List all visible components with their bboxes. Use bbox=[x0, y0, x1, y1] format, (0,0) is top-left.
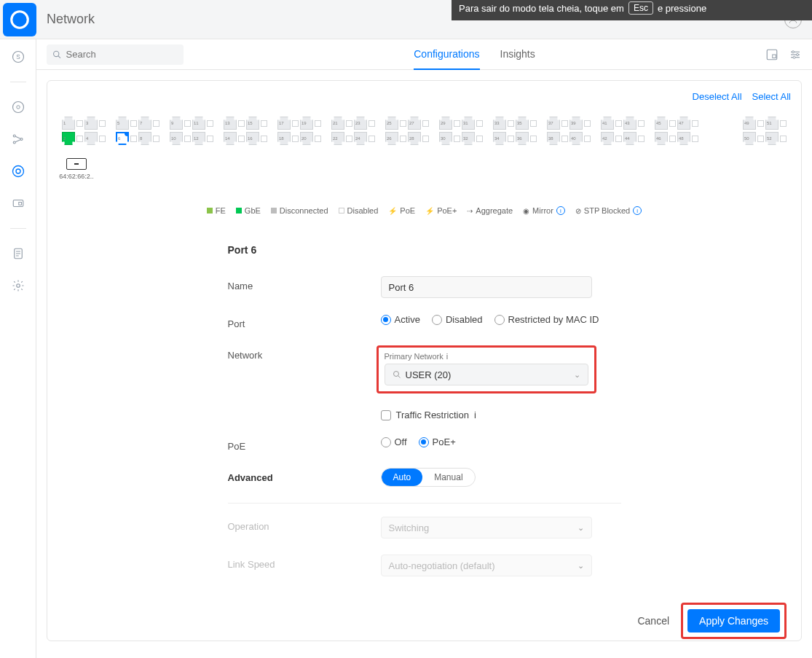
port-24[interactable]: 24 bbox=[354, 132, 367, 145]
port-43[interactable]: 43 bbox=[623, 117, 636, 130]
poe-plus-radio[interactable]: PoE+ bbox=[419, 436, 456, 447]
tab-insights[interactable]: Insights bbox=[500, 39, 535, 70]
port-31[interactable]: 31 bbox=[462, 117, 475, 130]
port-14[interactable]: 14 bbox=[224, 132, 237, 145]
info-icon[interactable]: i bbox=[556, 206, 565, 215]
port-26[interactable]: 26 bbox=[385, 132, 398, 145]
sidebar-item-gateway[interactable] bbox=[8, 193, 28, 214]
legend-gbe: GbE bbox=[236, 206, 261, 215]
layout-toggle-button[interactable] bbox=[765, 48, 779, 61]
port-47[interactable]: 47 bbox=[677, 117, 690, 130]
tab-configurations[interactable]: Configurations bbox=[414, 39, 479, 70]
device-icon bbox=[66, 158, 87, 170]
port-35[interactable]: 35 bbox=[516, 117, 529, 130]
port-restricted-radio[interactable]: Restricted by MAC ID bbox=[494, 314, 599, 325]
operation-label: Operation bbox=[228, 517, 381, 532]
app-logo[interactable] bbox=[3, 3, 36, 36]
port-44[interactable]: 44 bbox=[623, 132, 636, 145]
poe-off-radio[interactable]: Off bbox=[381, 436, 407, 447]
linkspeed-label: Link Speed bbox=[228, 555, 381, 570]
advanced-manual-option[interactable]: Manual bbox=[422, 469, 474, 486]
port-12[interactable]: 12 bbox=[192, 132, 205, 145]
port-2[interactable]: 2 bbox=[62, 132, 75, 145]
port-4[interactable]: 4 bbox=[84, 132, 98, 145]
sidebar-item-s[interactable]: S bbox=[8, 47, 28, 67]
port-23[interactable]: 23 bbox=[354, 117, 367, 130]
port-disabled-radio[interactable]: Disabled bbox=[432, 314, 483, 325]
form-footer: Cancel Apply Changes bbox=[634, 603, 787, 639]
port-50[interactable]: 50 bbox=[743, 132, 756, 145]
port-33[interactable]: 33 bbox=[493, 117, 506, 130]
search-input[interactable] bbox=[66, 49, 178, 60]
info-icon[interactable]: i bbox=[633, 206, 642, 215]
port-name-input[interactable] bbox=[381, 276, 592, 298]
sidebar-item-settings[interactable] bbox=[8, 275, 28, 296]
port-16[interactable]: 16 bbox=[246, 132, 259, 145]
port-32[interactable]: 32 bbox=[462, 132, 475, 145]
port-29[interactable]: 29 bbox=[439, 117, 452, 130]
filter-toggle-button[interactable] bbox=[789, 48, 802, 61]
port-38[interactable]: 38 bbox=[547, 132, 560, 145]
port-25[interactable]: 25 bbox=[385, 117, 398, 130]
port-45[interactable]: 45 bbox=[655, 117, 668, 130]
apply-button-highlight: Apply Changes bbox=[681, 603, 787, 639]
cancel-button[interactable]: Cancel bbox=[634, 609, 672, 632]
port-7[interactable]: 7 bbox=[138, 117, 151, 130]
port-21[interactable]: 21 bbox=[331, 117, 344, 130]
apply-changes-button[interactable]: Apply Changes bbox=[687, 609, 780, 632]
port-10[interactable]: 10 bbox=[170, 132, 183, 145]
connected-device[interactable]: 64:62:66:2.. bbox=[62, 158, 91, 180]
chevron-down-icon: ⌄ bbox=[574, 370, 580, 380]
port-15[interactable]: 15 bbox=[246, 117, 259, 130]
primary-network-dropdown[interactable]: USER (20) ⌄ bbox=[385, 364, 588, 385]
port-41[interactable]: 41 bbox=[601, 117, 614, 130]
advanced-auto-option[interactable]: Auto bbox=[382, 469, 423, 486]
port-5[interactable]: 5 bbox=[116, 117, 129, 130]
port-6[interactable]: 6 bbox=[116, 132, 129, 145]
port-36[interactable]: 36 bbox=[516, 132, 529, 145]
topology-icon bbox=[12, 101, 25, 114]
port-18[interactable]: 18 bbox=[277, 132, 291, 145]
info-icon[interactable]: i bbox=[474, 410, 476, 420]
port-8[interactable]: 8 bbox=[138, 132, 151, 145]
port-52[interactable]: 52 bbox=[765, 132, 779, 145]
sidebar-item-graph[interactable] bbox=[8, 129, 28, 149]
port-28[interactable]: 28 bbox=[408, 132, 421, 145]
svg-point-8 bbox=[20, 138, 23, 141]
poe-label: PoE bbox=[228, 436, 381, 452]
network-label: Network bbox=[228, 345, 381, 361]
port-3[interactable]: 3 bbox=[84, 117, 98, 130]
port-30[interactable]: 30 bbox=[439, 132, 452, 145]
port-22[interactable]: 22 bbox=[331, 132, 344, 145]
port-19[interactable]: 19 bbox=[300, 117, 313, 130]
traffic-restriction-checkbox[interactable] bbox=[381, 410, 391, 420]
port-1[interactable]: 1 bbox=[62, 117, 75, 130]
svg-point-18 bbox=[54, 51, 59, 56]
sidebar-item-topology[interactable] bbox=[8, 97, 28, 117]
search-box[interactable] bbox=[47, 44, 184, 65]
info-icon[interactable]: i bbox=[446, 352, 448, 361]
port-17[interactable]: 17 bbox=[277, 117, 291, 130]
switch-port-grid: 1324576891110121315141617191820212322242… bbox=[58, 117, 791, 145]
sidebar-item-ports[interactable] bbox=[8, 161, 28, 181]
port-51[interactable]: 51 bbox=[765, 117, 779, 130]
port-39[interactable]: 39 bbox=[569, 117, 583, 130]
legend-fe: FE bbox=[207, 206, 226, 215]
port-active-radio[interactable]: Active bbox=[381, 314, 420, 325]
port-49[interactable]: 49 bbox=[743, 117, 756, 130]
port-20[interactable]: 20 bbox=[300, 132, 313, 145]
port-11[interactable]: 11 bbox=[192, 117, 205, 130]
sidebar-item-logs[interactable] bbox=[8, 243, 28, 264]
select-all-link[interactable]: Select All bbox=[752, 91, 791, 102]
port-42[interactable]: 42 bbox=[601, 132, 614, 145]
port-48[interactable]: 48 bbox=[677, 132, 690, 145]
port-27[interactable]: 27 bbox=[408, 117, 421, 130]
port-46[interactable]: 46 bbox=[655, 132, 668, 145]
deselect-all-link[interactable]: Deselect All bbox=[693, 91, 742, 102]
port-13[interactable]: 13 bbox=[224, 117, 237, 130]
port-34[interactable]: 34 bbox=[493, 132, 506, 145]
port-40[interactable]: 40 bbox=[569, 132, 583, 145]
port-9[interactable]: 9 bbox=[170, 117, 183, 130]
port-37[interactable]: 37 bbox=[547, 117, 560, 130]
linkspeed-dropdown: Auto-negotiation (default)⌄ bbox=[381, 555, 592, 576]
